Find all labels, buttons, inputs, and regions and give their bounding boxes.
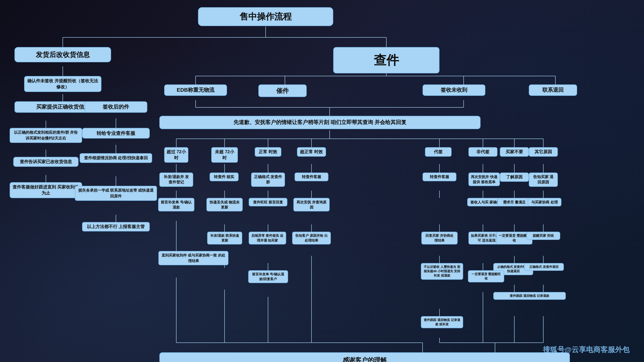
zhuancha-kefu2: 转查件客服 [422, 173, 456, 181]
daiqian-node: 代签 [425, 147, 452, 157]
yu-maijia: 与买家协商 处理 [528, 198, 562, 206]
confirm-not-signed: 确认件未签收 并提醒拒收（签收无法修改） [24, 76, 102, 92]
gaozhi-tuihui: 告知买家 退回原因 [529, 173, 558, 187]
zhengque-faqun: 正确格式 发查件群 [251, 173, 285, 187]
chazong-tuiwu2: 查件跟踪 退回物流 记录退款 [493, 292, 566, 300]
other-reason: 其它原因 [529, 147, 558, 157]
correct-format-send: 以正确的格式发到相应的查件/群 并告诉买家时会慢约2天左右 [10, 128, 82, 143]
liuyan-bufa: 留言补发单 号/确认退款 [158, 198, 194, 211]
soothe-node: 先道歉、安抚客户的情绪让客户稍等片刻 咱们立即帮其查询 并会给其回复 [159, 116, 480, 129]
sign-not-received: 签收未收到 [422, 84, 485, 96]
zhengque-fasong2: 正确格式 发查件退回 [524, 263, 564, 271]
liaojie-yuanyin: 了解原因 [500, 173, 529, 182]
chajian-tell-buyer: 查件告诉买家已改收货信息 [13, 157, 78, 167]
zhijie-shoujian: 直到买家收到件 或与买家协商一致 的处理结果 [158, 251, 228, 265]
buyer-not-want: 买家不要 [500, 147, 529, 157]
main-title: 售中操作流程 [198, 7, 333, 26]
chajian-negotiate: 查件根据情况协商 处理/找快递拿回 [80, 153, 152, 163]
after-sign-package: 签收后的件 [84, 101, 147, 113]
over72-node: 超过 72小时 [164, 147, 188, 163]
chajian-followup: 查件客服做好跟进直到 买家收到件为止 [10, 182, 82, 198]
loss-share: 损失各承担一半或 联系原地址改寄 或快递退回原件 [75, 186, 157, 201]
liuyan-bufa2: 留言补发单 号/确认退 款/回复客户 [248, 270, 288, 283]
tixing-juishou: 提醒买家 拒收 [526, 232, 560, 240]
edb-node: EDB称重无物流 [164, 84, 227, 96]
transfer-professional: 转给专业查件客服 [82, 128, 150, 138]
under72-node: 未超 72小时 [211, 147, 238, 163]
huifu-xieshan: 回复买家 并协商处 理结果 [421, 232, 458, 245]
chajian-wangwang: 查件旺旺 留言回复 [249, 198, 287, 206]
bufa-lianxi: 补发/退款 联系快递 更新 [207, 232, 242, 245]
yiding-tuihuo2: 一定要退货 需提醒拒收 [468, 270, 504, 282]
bufa-dengji: 补发/退款并 发查件登记 [159, 173, 193, 187]
kuaidi-diushi: 快递丢失或 物流未更新 [206, 198, 243, 211]
right-branch-title: 查件 [333, 47, 440, 73]
houji-yichang: 后续异常 查件核实 处理并通 知买家 [249, 232, 286, 245]
escalate-manager: 以上方法都不行 上报客服主管 [82, 222, 150, 231]
zhuancha-hehe: 转查件 核实 [210, 173, 238, 181]
zaici-anfu2: 再次安抚并 快递提供 签收底单 [468, 173, 500, 186]
zaici-anfu: 再次安抚 并查询原因 [294, 198, 330, 211]
burenshi-qianshou: 不认识签收 人需快递当 面核实超48 小时报遗失 安排补发 或退款 [421, 263, 463, 280]
feidaiqian-node: 非代签 [468, 147, 498, 157]
zhuancha-kefu: 转查件客服 [294, 173, 328, 181]
over-normal-timeliness: 超正常 时效 [297, 147, 326, 157]
zhazong-tuiwu: 查件跟踪 退回物流 记录退款 或补发 [421, 316, 463, 328]
contact-return: 联系退回 [529, 84, 577, 96]
ganxie-node: 感谢客户的理解 [159, 352, 570, 362]
cui-node: 催件 [258, 84, 307, 97]
gaozhi-yuanyin: 告知客户 原因并给 出处理结果 [292, 232, 331, 245]
normal-timeliness: 正常 时效 [255, 147, 281, 157]
watermark: 搜狐号@云享电商客服外包 [543, 345, 630, 355]
xuyao-manzhu: 需求尽 量满足 [498, 198, 531, 206]
left-branch-title: 发货后改收货信息 [14, 47, 111, 62]
